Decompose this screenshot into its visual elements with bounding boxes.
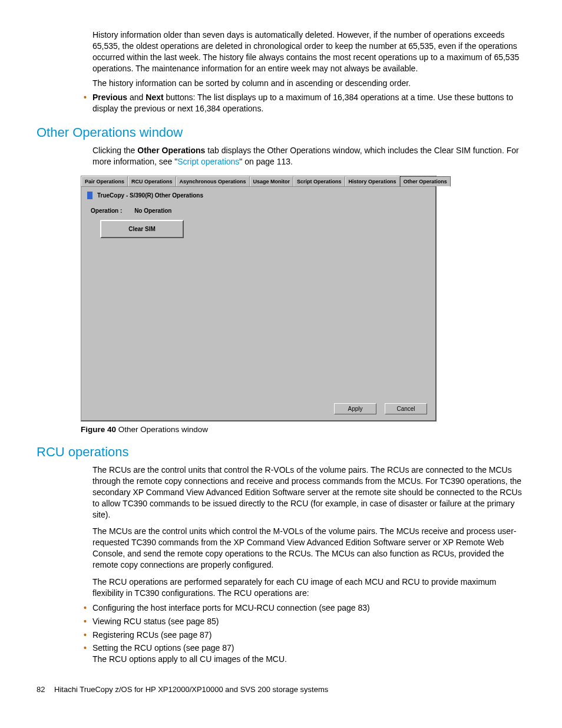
rcu-operations-heading: RCU operations — [37, 444, 525, 460]
window-title: TrueCopy - S/390(R) Other Operations — [97, 192, 203, 199]
bullet-icon: • — [84, 616, 92, 627]
other-operations-window: Pair Operations RCU Operations Asynchron… — [81, 176, 437, 421]
page-footer: 82 Hitachi TrueCopy z/OS for HP XP12000/… — [37, 685, 525, 694]
apply-button[interactable]: Apply — [334, 403, 376, 414]
clear-sim-button[interactable]: Clear SIM — [100, 220, 184, 238]
tab-history-operations[interactable]: History Operations — [345, 176, 400, 186]
history-para-2: The history information can be sorted by… — [92, 78, 525, 89]
operation-value: No Operation — [134, 207, 171, 214]
prev-next-bullet: • Previous and Next buttons: The list di… — [84, 92, 525, 114]
previous-label: Previous — [92, 93, 127, 102]
next-label: Next — [146, 93, 163, 102]
bullet-icon: • — [84, 92, 92, 114]
title-marker-icon — [87, 192, 92, 199]
figure-caption: Figure 40 Other Operations window — [81, 425, 525, 434]
footer-title: Hitachi TrueCopy z/OS for HP XP12000/XP1… — [54, 685, 328, 694]
rcu-para-1: The RCUs are the control units that cont… — [92, 465, 525, 520]
tab-script-operations[interactable]: Script Operations — [293, 176, 345, 186]
rcu-para-3: The RCU operations are performed separat… — [92, 577, 525, 599]
operation-label: Operation : — [91, 207, 122, 214]
history-para-1: History information older than seven day… — [92, 29, 525, 74]
other-operations-heading: Other Operations window — [37, 125, 525, 140]
tab-other-operations[interactable]: Other Operations — [400, 176, 451, 186]
rcu-bullet-4: • Setting the RCU options (see page 87) … — [84, 643, 525, 665]
page-number: 82 — [37, 685, 45, 694]
bullet-icon: • — [84, 643, 92, 665]
rcu-bullet-3: • Registering RCUs (see page 87) — [84, 630, 525, 641]
bullet-icon: • — [84, 630, 92, 641]
window-tabs: Pair Operations RCU Operations Asynchron… — [81, 176, 435, 187]
rcu-bullet-2: • Viewing RCU status (see page 85) — [84, 616, 525, 627]
rcu-para-2: The MCUs are the control units which con… — [92, 526, 525, 571]
rcu-bullet-1: • Configuring the host interface ports f… — [84, 602, 525, 614]
tab-usage-monitor[interactable]: Usage Monitor — [250, 176, 294, 186]
tab-rcu-operations[interactable]: RCU Operations — [128, 176, 176, 186]
tab-pair-operations[interactable]: Pair Operations — [81, 176, 128, 186]
tab-async-operations[interactable]: Asynchronous Operations — [176, 176, 250, 186]
script-operations-link[interactable]: Script operations — [177, 157, 239, 166]
other-ops-intro: Clicking the Other Operations tab displa… — [92, 145, 525, 167]
bullet-icon: • — [84, 602, 92, 614]
cancel-button[interactable]: Cancel — [385, 403, 427, 414]
